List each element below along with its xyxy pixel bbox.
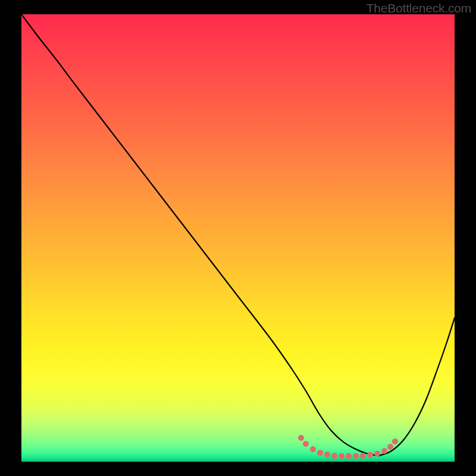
marker-dot-icon	[331, 453, 337, 459]
marker-dot-icon	[310, 446, 316, 452]
marker-dot-icon	[298, 435, 304, 441]
marker-dot-icon	[303, 441, 309, 447]
marker-dot-icon	[339, 453, 345, 459]
marker-dot-icon	[324, 452, 330, 458]
marker-dot-icon	[367, 452, 373, 458]
marker-dot-icon	[317, 450, 323, 456]
curve-right-branch	[378, 318, 455, 456]
marker-dot-icon	[360, 453, 366, 459]
marker-dot-icon	[374, 451, 380, 457]
chart-frame: TheBottleneck.com	[0, 0, 476, 476]
marker-dot-icon	[346, 453, 352, 459]
marker-dot-icon	[381, 448, 387, 454]
chart-svg	[21, 14, 455, 462]
marker-dot-icon	[392, 439, 398, 444]
plot-area	[21, 14, 455, 462]
watermark-text: TheBottleneck.com	[367, 1, 471, 15]
marker-dot-icon	[387, 444, 393, 450]
curve-left-branch	[21, 14, 378, 456]
marker-dot-icon	[353, 453, 359, 459]
trough-markers	[298, 435, 398, 459]
